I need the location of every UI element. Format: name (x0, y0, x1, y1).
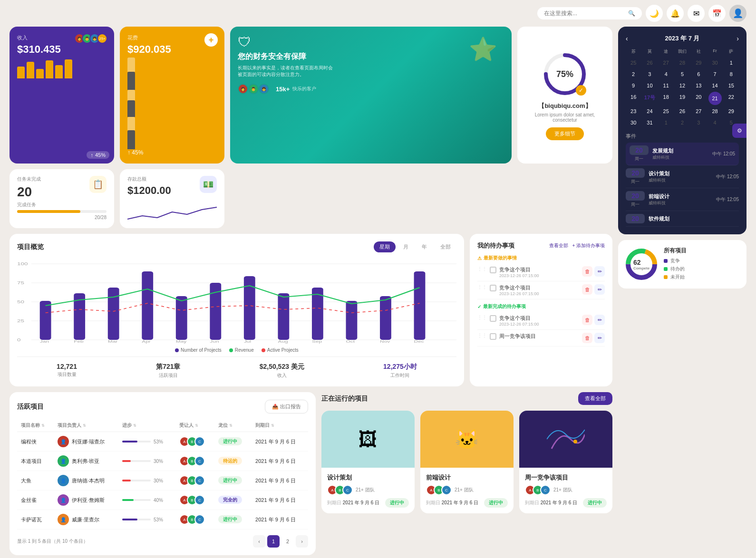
cal-day-9[interactable]: 9 (626, 80, 641, 91)
proj-av-3: C (540, 485, 551, 495)
notifications-button[interactable]: 🔔 (667, 5, 684, 22)
user-avatar[interactable]: 👤 (729, 5, 746, 22)
next-page-button[interactable]: › (296, 535, 308, 548)
cell-name-0: 编程侠 (17, 432, 54, 452)
delete-todo-4-button[interactable]: 🗑 (582, 333, 592, 343)
svg-text:Nov: Nov (380, 339, 390, 344)
page-1-button[interactable]: 1 (267, 535, 280, 548)
calendar-next-button[interactable]: › (737, 35, 739, 42)
cal-day-19[interactable]: 19 (675, 92, 690, 105)
cal-day-12[interactable]: 12 (675, 80, 690, 91)
cal-day-24[interactable]: 24 (642, 106, 657, 116)
running-projects-header: 正在运行的项目 查看全部 (321, 392, 612, 405)
drag-handle-1[interactable]: ⋮⋮ (477, 266, 487, 271)
edit-todo-3-button[interactable]: ✏ (594, 315, 605, 325)
view-all-button[interactable]: 查看全部 (578, 392, 612, 405)
export-button[interactable]: 📤 出口报告 (265, 400, 308, 414)
sort-due-icon[interactable]: ⇅ (271, 423, 274, 428)
edit-todo-4-button[interactable]: ✏ (594, 333, 605, 343)
cal-day-4[interactable]: 4 (659, 69, 674, 79)
cal-day-25[interactable]: 25 (626, 58, 641, 68)
add-expense-button[interactable]: + (204, 33, 218, 47)
cal-day-5[interactable]: 5 (675, 69, 690, 79)
cal-day-10[interactable]: 10 (642, 80, 657, 91)
cal-day-27[interactable]: 27 (659, 58, 674, 68)
cal-day-18[interactable]: 18 (659, 92, 674, 105)
theme-toggle-button[interactable]: 🌙 (646, 5, 663, 22)
cal-day-31[interactable]: 31 (642, 117, 657, 128)
cal-day-n1[interactable]: 1 (659, 117, 674, 128)
cal-day-20[interactable]: 20 (691, 92, 706, 105)
cal-day-17[interactable]: 17号 (642, 92, 657, 105)
checkbox-2[interactable] (490, 285, 496, 291)
delete-todo-2-button[interactable]: 🗑 (582, 284, 592, 295)
cal-day-16[interactable]: 16 (626, 92, 641, 105)
active-projects-card: 活跃项目 📤 出口报告 项目名称 ⇅ 项目负责人 ⇅ 进步 ⇅ 受让人 ⇅ 龙位… (10, 392, 316, 555)
cal-day-2[interactable]: 2 (626, 69, 641, 79)
cal-day-13[interactable]: 13 (691, 80, 706, 91)
page-2-button[interactable]: 2 (281, 535, 294, 548)
domain-text: 【biqubiqu.com】 (538, 102, 591, 110)
calendar-settings[interactable]: ⚙ (732, 124, 746, 138)
sort-status-icon[interactable]: ⇅ (229, 423, 233, 428)
cal-day-6[interactable]: 6 (691, 69, 706, 79)
cal-day-7[interactable]: 7 (707, 69, 722, 79)
cal-day-n3[interactable]: 3 (691, 117, 706, 128)
cal-day-30[interactable]: 30 (707, 58, 722, 68)
cal-day-14[interactable]: 14 (707, 80, 722, 91)
cal-day-25b[interactable]: 25 (659, 106, 674, 116)
calendar-prev-button[interactable]: ‹ (626, 35, 628, 42)
svg-rect-14 (108, 288, 119, 340)
cal-day-28[interactable]: 28 (675, 58, 690, 68)
sort-assignee-icon[interactable]: ⇅ (195, 423, 198, 428)
legend-sq-compete (664, 259, 668, 263)
cal-day-29[interactable]: 29 (691, 58, 706, 68)
cal-day-15[interactable]: 15 (724, 80, 739, 91)
checkbox-1[interactable] (490, 267, 496, 273)
sort-progress-icon[interactable]: ⇅ (133, 423, 136, 428)
bottom-row: 活跃项目 📤 出口报告 项目名称 ⇅ 项目负责人 ⇅ 进步 ⇅ 受让人 ⇅ 龙位… (10, 392, 612, 555)
cal-day-28b[interactable]: 28 (707, 106, 722, 116)
cal-day-n4[interactable]: 4 (707, 117, 722, 128)
edit-todo-1-button[interactable]: ✏ (594, 266, 605, 277)
period-tab-month[interactable]: 月 (397, 241, 414, 252)
cal-day-22[interactable]: 22 (724, 92, 739, 105)
add-todo-link[interactable]: + 添加待办事项 (572, 242, 605, 249)
cal-day-n2[interactable]: 2 (675, 117, 690, 128)
checkbox-3[interactable] (490, 315, 496, 322)
cal-day-3[interactable]: 3 (642, 69, 657, 79)
checkbox-4[interactable] (490, 333, 496, 340)
cal-day-23[interactable]: 23 (626, 106, 641, 116)
search-bar[interactable]: 🔍 (537, 7, 642, 19)
period-tab-week[interactable]: 星期 (374, 241, 396, 252)
calendar-button[interactable]: 📅 (708, 5, 726, 22)
detail-button[interactable]: 更多细节 (546, 127, 584, 140)
mail-button[interactable]: ✉ (688, 5, 705, 22)
exp-bar-4 (127, 100, 135, 117)
drag-handle-3[interactable]: ⋮⋮ (477, 315, 487, 320)
cal-day-29b[interactable]: 29 (724, 106, 739, 116)
drag-handle-4[interactable]: ⋮⋮ (477, 333, 487, 338)
prev-page-button[interactable]: ‹ (253, 535, 265, 548)
project-team-2: A B C 21+ 团队 (525, 485, 572, 495)
cal-day-21-today[interactable]: 21 (708, 92, 722, 105)
cal-day-1[interactable]: 1 (724, 58, 739, 68)
delete-todo-1-button[interactable]: 🗑 (582, 266, 592, 277)
period-tab-year[interactable]: 年 (416, 241, 433, 252)
delete-todo-3-button[interactable]: 🗑 (582, 315, 592, 325)
cal-day-8[interactable]: 8 (724, 69, 739, 79)
cal-day-30b[interactable]: 30 (626, 117, 641, 128)
search-input[interactable] (544, 10, 625, 17)
drag-handle-2[interactable]: ⋮⋮ (477, 284, 487, 289)
cal-day-11[interactable]: 11 (659, 80, 674, 91)
cal-day-26[interactable]: 26 (642, 58, 657, 68)
period-tab-all[interactable]: 全部 (435, 241, 456, 252)
cal-day-26b[interactable]: 26 (675, 106, 690, 116)
cell-assignees-1: A B C (175, 452, 214, 471)
cal-day-27b[interactable]: 27 (691, 106, 706, 116)
view-all-link[interactable]: 查看全部 (549, 242, 568, 249)
sort-manager-icon[interactable]: ⇅ (83, 423, 86, 428)
sort-name-icon[interactable]: ⇅ (41, 423, 45, 428)
edit-todo-2-button[interactable]: ✏ (594, 284, 605, 295)
savings-icon: 💵 (200, 176, 217, 193)
